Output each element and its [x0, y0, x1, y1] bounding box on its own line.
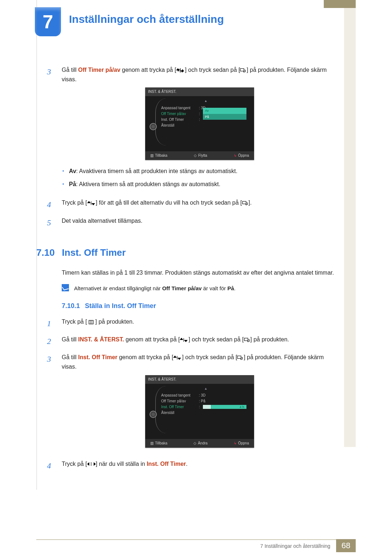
osd-up-arrow: ▲: [161, 98, 250, 103]
up-down-icon: [173, 356, 182, 360]
footer-text: 7 Inställningar och återställning: [260, 543, 330, 549]
svg-rect-7: [184, 338, 184, 342]
step-4: 4 Tryck på [] för att gå till det altern…: [36, 198, 338, 211]
osd-item: Inst. Off Timer: [161, 117, 196, 123]
text: genom att trycka på [: [118, 354, 173, 360]
svg-rect-11: [91, 462, 91, 466]
step-b4: 4 Tryck på [] när du vill ställa in Inst…: [36, 459, 338, 472]
section-paragraph: Timern kan ställas in på 1 till 23 timma…: [62, 268, 338, 278]
osd-header: INST. & ÅTERST.: [145, 87, 254, 96]
text: .: [234, 285, 236, 291]
step-5: 5 Det valda alternativet tillämpas.: [36, 216, 338, 229]
step-number: 1: [36, 317, 62, 330]
menu-name: Inst. Off Timer: [147, 461, 186, 467]
osd-slider-bar: 4 h: [203, 405, 246, 409]
note-row: Alternativet är endast tillgängligt när …: [62, 284, 338, 293]
step-number: 3: [36, 353, 62, 454]
svg-rect-0: [180, 69, 180, 72]
osd-option-pa-selected: På: [203, 114, 246, 120]
osd-arc-decor: [155, 98, 166, 145]
osd-footer-back: Tillbaka: [150, 440, 167, 446]
osd-item-active: Off Timer på/av: [161, 111, 196, 117]
decor-side-stripe: [344, 8, 356, 447]
menu-name: Inst. Off Timer: [78, 354, 117, 360]
osd-slider-fill: [203, 405, 211, 409]
footer-rule: [36, 539, 356, 540]
osd-screenshot-1: INST. & ÅTERST. ▲ Anpassad tangent : 3D …: [145, 87, 254, 160]
osd-value: : På: [199, 398, 221, 404]
text: ] på produkten.: [94, 319, 134, 325]
text: ].: [249, 200, 252, 206]
chapter-title: Inställningar och återställning: [69, 13, 224, 25]
svg-rect-4: [89, 320, 93, 324]
bullet-bold: På: [69, 181, 76, 187]
osd-up-arrow: ▲: [161, 386, 250, 391]
enter-icon: [237, 356, 244, 360]
decor-top-stripe: [324, 0, 356, 8]
subsection-title: Ställa in Inst. Off Timer: [85, 302, 156, 310]
bullet-text: : Avaktivera timern så att produkten int…: [76, 168, 237, 174]
bold: På: [227, 285, 234, 291]
svg-rect-1: [240, 69, 244, 71]
bullet-bold: Av: [69, 168, 76, 174]
text: ] och tryck sedan på [: [185, 67, 240, 73]
enter-icon: [242, 201, 249, 205]
text: ] för att gå till det alternativ du vill…: [96, 200, 242, 206]
text: genom att trycka på [: [121, 67, 176, 73]
text: Gå till: [62, 336, 78, 342]
up-down-icon: [87, 201, 96, 205]
step-b1: 1 Tryck på [ ] på produkten.: [36, 317, 338, 330]
text: Det valda alternativet tillämpas.: [62, 216, 338, 229]
osd-footer-open: Öppna: [234, 153, 249, 159]
up-down-icon: [176, 68, 185, 73]
osd-footer-back: Tillbaka: [150, 153, 167, 159]
text: ] på produkten.: [250, 336, 289, 342]
up-down-icon: [180, 338, 188, 342]
text: är valt för: [202, 285, 228, 291]
section-heading: 7.10 Inst. Off Timer: [36, 247, 338, 258]
enter-icon: [244, 338, 250, 342]
osd-footer-adjust: Ändra: [193, 440, 208, 446]
osd-item: Anpassad tangent: [161, 105, 196, 111]
osd-colon: :: [199, 404, 200, 410]
gear-icon: [150, 411, 157, 418]
step-number: 4: [36, 459, 62, 472]
menu-name: INST. & ÅTERST.: [78, 336, 124, 342]
step-b3: 3 Gå till Inst. Off Timer genom att tryc…: [36, 353, 338, 454]
text: Alternativet är endast tillgängligt när: [74, 285, 162, 291]
chapter-number-tab: 7: [35, 7, 61, 36]
osd-arc-decor: [155, 386, 166, 433]
osd-header: INST. & ÅTERST.: [145, 375, 254, 384]
svg-rect-3: [242, 201, 246, 204]
osd-footer-move: Flytta: [194, 153, 207, 159]
step-b2: 2 Gå till INST. & ÅTERST. genom att tryc…: [36, 335, 338, 348]
text: Gå till: [62, 354, 78, 360]
osd-item: Anpassad tangent: [161, 393, 196, 398]
osd-item-active: Inst. Off Timer: [161, 404, 196, 410]
osd-value: : 3D: [199, 393, 221, 398]
step-number: 4: [36, 198, 62, 211]
text: Tryck på [: [62, 461, 87, 467]
text: ] och tryck sedan på [: [188, 336, 244, 342]
osd-item: Återställ: [161, 410, 196, 416]
svg-rect-8: [244, 338, 248, 341]
section-title: Inst. Off Timer: [62, 247, 126, 258]
text: Tryck på [: [62, 200, 87, 206]
svg-rect-2: [91, 201, 91, 205]
enter-icon: [240, 68, 246, 73]
menu-name: Off Timer på/av: [78, 67, 120, 73]
osd-slider-value: 4 h: [240, 405, 244, 410]
bullet-text: : Aktivera timern så att produkten stäng…: [76, 181, 221, 187]
svg-rect-9: [177, 356, 177, 360]
bullet-av: Av: Avaktivera timern så att produkten i…: [69, 167, 338, 176]
osd-option-av: Av: [203, 108, 246, 114]
note-icon: [62, 284, 69, 291]
svg-rect-10: [237, 356, 241, 358]
subsection-heading: 7.10.1 Ställa in Inst. Off Timer: [62, 302, 338, 310]
step-3: 3 Gå till Off Timer på/av genom att tryc…: [36, 65, 338, 193]
osd-footer-open: Öppna: [234, 440, 249, 446]
footer-page-number: 68: [336, 539, 356, 552]
text: ] när du vill ställa in: [96, 461, 147, 467]
osd-dropdown: Av På: [203, 108, 246, 120]
bold: Off Timer på/av: [162, 285, 202, 291]
